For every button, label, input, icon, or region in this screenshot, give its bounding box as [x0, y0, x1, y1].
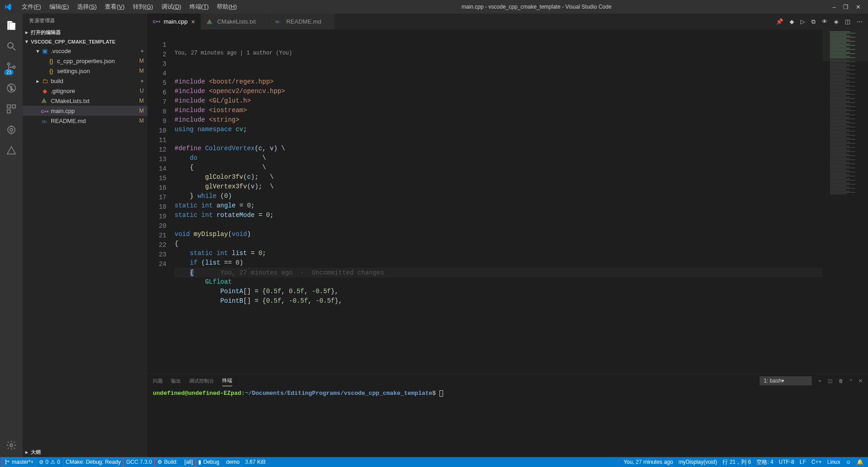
editor-tabs-row: C++main.cpp×CMakeLists.txtM↓README.md 📌 …	[147, 14, 868, 29]
status-blame[interactable]: 👤You, 27 minutes ago	[612, 457, 676, 467]
editor-tab[interactable]: CMakeLists.txt	[201, 14, 270, 29]
tree-row[interactable]: M↓README.mdM	[23, 116, 147, 126]
menu-item[interactable]: 选择(S)	[73, 1, 100, 13]
menu-item[interactable]: 编辑(E)	[46, 1, 73, 13]
menu-item[interactable]: 调试(D)	[158, 1, 185, 13]
status-lncol[interactable]: 行 21，列 6	[720, 457, 754, 467]
split-editor-icon[interactable]: ◫	[845, 18, 850, 25]
cmake-icon[interactable]	[6, 145, 17, 156]
svg-point-0	[8, 43, 13, 48]
terminal-body[interactable]: undefined@undefined-EZpad:~/Documents/Ed…	[147, 388, 868, 457]
file-icon: {}	[47, 68, 55, 74]
tree-row[interactable]: {}c_cpp_properties.jsonM	[23, 56, 147, 66]
codelens-author[interactable]: You, 27 minutes ago | 1 author (You)	[175, 49, 823, 58]
file-icon: ◆	[41, 88, 49, 94]
tab-close-icon[interactable]: ×	[191, 18, 195, 25]
file-status-badge: U	[137, 88, 144, 94]
outline-header[interactable]: ▸大纲	[23, 447, 147, 457]
status-bell-icon[interactable]: 🔔	[854, 457, 866, 467]
extensions-icon[interactable]	[6, 103, 17, 114]
code-content[interactable]: You, 27 minutes ago | 1 author (You) #in…	[175, 29, 823, 373]
menu-item[interactable]: 终端(T)	[186, 1, 213, 13]
menu-item[interactable]: 查看(V)	[101, 1, 128, 13]
tab-file-icon: C++	[153, 18, 160, 25]
editor-area: C++main.cpp×CMakeLists.txtM↓README.md 📌 …	[147, 14, 868, 457]
diamond2-icon[interactable]: ◈	[834, 18, 839, 25]
panel-tabs: 问题 输出 调试控制台 终端 1: bash ▾ + ◫ 🗑 ^ ✕	[147, 374, 868, 388]
status-feedback-icon[interactable]: ☺	[843, 457, 854, 467]
split-diff-icon[interactable]: ⧉	[811, 18, 815, 25]
pin-icon[interactable]: 📌	[776, 18, 783, 25]
tree-row[interactable]: CMakeLists.txtM	[23, 96, 147, 106]
terminal-selector[interactable]: 1: bash ▾	[760, 376, 812, 385]
tree-row[interactable]: ◆.gitignoreU	[23, 86, 147, 96]
tree-row[interactable]: {}settings.jsonM	[23, 66, 147, 76]
maximize-icon[interactable]: ❐	[843, 4, 848, 10]
status-cmake[interactable]: CMake: Debug: Ready	[63, 458, 123, 467]
svg-point-7	[10, 86, 12, 88]
panel-tab-problems[interactable]: 问题	[153, 376, 163, 386]
tree-row[interactable]: C++main.cppM	[23, 106, 147, 116]
line-numbers: 123456789101112131415161718192021222324	[147, 29, 175, 373]
open-editors-header[interactable]: ▸打开的编辑器	[23, 28, 147, 37]
menu-item[interactable]: 文件(F)	[18, 1, 45, 13]
source-control-icon[interactable]: 23	[6, 62, 17, 73]
close-panel-icon[interactable]: ✕	[858, 378, 863, 384]
kill-terminal-icon[interactable]: 🗑	[839, 378, 844, 383]
svg-rect-9	[12, 105, 15, 108]
editor-tab[interactable]: M↓README.md	[270, 14, 335, 29]
menubar: 文件(F)编辑(E)选择(S)查看(V)转到(G)调试(D)终端(T)帮助(H)	[18, 1, 240, 13]
status-language[interactable]: C++	[809, 457, 824, 467]
svg-line-1	[13, 48, 15, 50]
file-icon: C++	[41, 108, 49, 114]
target-icon[interactable]	[6, 124, 17, 135]
explorer-icon[interactable]	[6, 20, 17, 31]
menu-item[interactable]: 帮助(H)	[213, 1, 240, 13]
panel-tab-output[interactable]: 输出	[171, 376, 181, 386]
status-encoding[interactable]: UTF-8	[776, 457, 797, 467]
minimap[interactable]	[823, 29, 868, 373]
minimize-icon[interactable]: –	[833, 4, 836, 10]
file-label: main.cpp	[51, 108, 137, 114]
sidebar-title: 资源管理器	[23, 14, 147, 28]
status-filesize[interactable]: 3.67 KiB	[242, 457, 268, 467]
window-title: main.cpp - vscode_cpp_cmake_template - V…	[240, 4, 832, 10]
status-debug[interactable]: ▮Debug demo	[195, 458, 242, 467]
panel-tab-terminal[interactable]: 终端	[222, 375, 232, 386]
status-compiler[interactable]: GCC 7.3.0	[123, 458, 155, 467]
diamond-icon[interactable]: ◆	[790, 18, 794, 25]
status-context[interactable]: myDisplay(void)	[676, 457, 720, 467]
status-build[interactable]: ⚙Build: [all]	[155, 458, 195, 467]
status-platform[interactable]: Linux	[824, 457, 843, 467]
activitybar: 23	[0, 14, 23, 457]
editor-body[interactable]: 123456789101112131415161718192021222324 …	[147, 29, 868, 373]
run-icon[interactable]: ▷	[800, 18, 805, 25]
svg-point-15	[10, 444, 13, 447]
status-problems[interactable]: ⊘0 ⚠0	[36, 457, 63, 467]
menu-item[interactable]: 转到(G)	[129, 1, 157, 13]
new-terminal-icon[interactable]: +	[818, 378, 821, 383]
statusbar: master*+ ⊘0 ⚠0 CMake: Debug: Ready GCC 7…	[0, 457, 868, 467]
settings-gear-icon[interactable]	[6, 440, 17, 451]
status-eol[interactable]: LF	[797, 457, 809, 467]
editor-tab[interactable]: C++main.cpp×	[147, 14, 201, 29]
split-terminal-icon[interactable]: ◫	[828, 378, 832, 384]
file-status-badge: M	[137, 118, 144, 124]
tab-label: README.md	[286, 18, 321, 25]
file-label: .vscode	[51, 48, 137, 54]
tree-row[interactable]: ▾▣.vscode●	[23, 46, 147, 56]
close-icon[interactable]: ✕	[856, 4, 861, 10]
panel-tab-debug-console[interactable]: 调试控制台	[189, 376, 214, 386]
status-spaces[interactable]: 空格: 4	[754, 457, 776, 467]
file-tree: ▾▣.vscode●{}c_cpp_properties.jsonM{}sett…	[23, 46, 147, 447]
workspace-header[interactable]: ▾VSCODE_CPP_CMAKE_TEMPLATE	[23, 37, 147, 46]
tree-row[interactable]: ▸🗀build●	[23, 76, 147, 86]
vscode-logo-icon	[4, 1, 15, 12]
debug-icon[interactable]	[6, 83, 17, 93]
preview-icon[interactable]: 👁	[822, 18, 828, 25]
search-icon[interactable]	[6, 41, 17, 52]
status-branch[interactable]: master*+	[2, 458, 36, 467]
more-icon[interactable]: ⋯	[857, 18, 863, 25]
maximize-panel-icon[interactable]: ^	[850, 378, 852, 383]
file-icon	[41, 98, 49, 104]
